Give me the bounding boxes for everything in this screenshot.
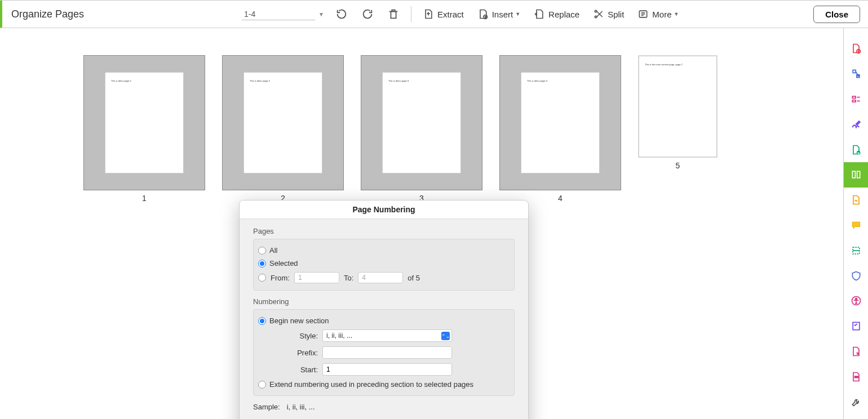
radio-all-label: All: [269, 246, 277, 255]
page-preview: This is demo page 1: [105, 72, 184, 173]
page-thumbnail[interactable]: This is demo page 44: [499, 55, 621, 203]
divider: [411, 6, 411, 22]
right-sidebar: [843, 28, 868, 419]
chevron-down-icon[interactable]: ▼: [318, 11, 324, 17]
accent-bar: [0, 1, 2, 28]
pages-section: All Selected From: To: of 5: [253, 239, 515, 291]
thumbnail-frame: This is demo page 3: [361, 55, 482, 190]
extend-label: Extend numbering used in preceding secti…: [269, 380, 473, 389]
scan-icon[interactable]: [844, 238, 869, 263]
style-label: Style:: [292, 332, 318, 340]
rotate-right-button[interactable]: [359, 6, 376, 23]
radio-selected-label: Selected: [269, 259, 298, 268]
toolbar: Organize Pages ▼ Extract Insert ▼ Replac…: [0, 0, 868, 28]
svg-point-2: [595, 16, 596, 17]
radio-selected[interactable]: [258, 260, 266, 268]
sample-label: Sample:: [253, 403, 280, 411]
page-thumbnail[interactable]: This is demo page 22: [222, 55, 344, 203]
close-button[interactable]: Close: [813, 6, 860, 23]
chevron-up-down-icon: ⌃⌄: [441, 332, 450, 340]
start-label: Start:: [292, 365, 318, 374]
thumbnail-frame: This is the main content page, page 2: [638, 55, 718, 158]
thumbnail-frame: This is demo page 2: [222, 55, 344, 190]
begin-new-label: Begin new section: [269, 317, 329, 325]
svg-rect-14: [854, 376, 858, 378]
chevron-down-icon: ▼: [674, 11, 679, 17]
insert-button[interactable]: Insert ▼: [475, 6, 522, 22]
split-label: Split: [608, 10, 624, 19]
comment-icon[interactable]: [844, 213, 869, 238]
page-thumbnail[interactable]: This is demo page 11: [83, 55, 205, 203]
tools-icon[interactable]: [844, 389, 869, 414]
page-preview: This is demo page 2: [243, 72, 322, 173]
page-title: Organize Pages: [11, 8, 84, 20]
page-thumbnail[interactable]: This is the main content page, page 25: [638, 55, 718, 170]
page-number-label: 1: [142, 194, 147, 203]
pages-section-label: Pages: [253, 227, 515, 235]
svg-rect-13: [853, 322, 860, 329]
start-input[interactable]: [322, 363, 452, 376]
page-number-label: 5: [676, 161, 680, 170]
chevron-down-icon: ▼: [515, 11, 520, 17]
page-number-label: 4: [558, 194, 563, 203]
thumbnail-frame: This is demo page 4: [499, 55, 621, 190]
extract-label: Extract: [437, 10, 464, 19]
prefix-input[interactable]: [322, 346, 452, 359]
radio-all[interactable]: [258, 247, 266, 255]
svg-rect-6: [852, 100, 856, 102]
numbering-section-label: Numbering: [253, 297, 515, 306]
radio-begin-new[interactable]: [258, 317, 266, 325]
to-input[interactable]: [358, 272, 403, 283]
extract-button[interactable]: Extract: [420, 6, 466, 22]
more-button[interactable]: More ▼: [635, 6, 681, 22]
compress-icon[interactable]: [844, 188, 869, 213]
from-label: From:: [271, 274, 290, 282]
create-pdf-icon[interactable]: [844, 36, 869, 61]
page-range-input[interactable]: [242, 8, 315, 20]
edit-pdf-icon[interactable]: [844, 87, 869, 112]
thumbnail-frame: This is demo page 1: [83, 55, 205, 190]
insert-label: Insert: [492, 10, 513, 19]
page-preview: This is demo page 4: [521, 72, 600, 173]
accessibility-icon[interactable]: [844, 288, 869, 314]
more-label: More: [652, 10, 671, 19]
page-preview: This is demo page 3: [382, 72, 461, 173]
dialog-title: Page Numbering: [240, 200, 528, 219]
export-pdf-icon[interactable]: [844, 137, 869, 162]
split-button[interactable]: Split: [591, 6, 626, 22]
replace-label: Replace: [548, 10, 579, 19]
radio-extend[interactable]: [258, 381, 266, 389]
svg-point-1: [595, 10, 596, 12]
svg-rect-8: [852, 172, 855, 179]
delete-button[interactable]: [385, 6, 402, 23]
combine-files-icon[interactable]: [844, 61, 869, 87]
style-select[interactable]: i, ii, iii, ... ⌃⌄: [322, 329, 452, 342]
sample-value: i, ii, iii, ...: [287, 403, 315, 411]
svg-rect-9: [857, 172, 860, 179]
of-label: of 5: [408, 274, 420, 282]
prefix-label: Prefix:: [292, 349, 318, 357]
svg-rect-5: [852, 96, 856, 98]
svg-point-12: [855, 298, 857, 300]
send-for-signature-icon[interactable]: [844, 339, 869, 364]
radio-from[interactable]: [258, 274, 266, 282]
numbering-section: Begin new section Style: i, ii, iii, ...…: [253, 309, 515, 396]
form-icon[interactable]: [844, 314, 869, 339]
page-thumbnail[interactable]: This is demo page 33: [361, 55, 482, 203]
page-preview: This is the main content page, page 2: [639, 56, 717, 157]
page-numbering-dialog: Page Numbering Pages All Selected From: …: [239, 200, 529, 419]
redact-icon[interactable]: [844, 364, 869, 389]
organize-pages-icon[interactable]: [844, 162, 869, 188]
style-value: i, ii, iii, ...: [326, 332, 352, 340]
sign-icon[interactable]: [844, 112, 869, 137]
rotate-left-button[interactable]: [333, 6, 350, 23]
replace-button[interactable]: Replace: [532, 6, 582, 22]
protect-icon[interactable]: [844, 263, 869, 288]
to-label: To:: [344, 274, 353, 282]
from-input[interactable]: [294, 272, 339, 283]
